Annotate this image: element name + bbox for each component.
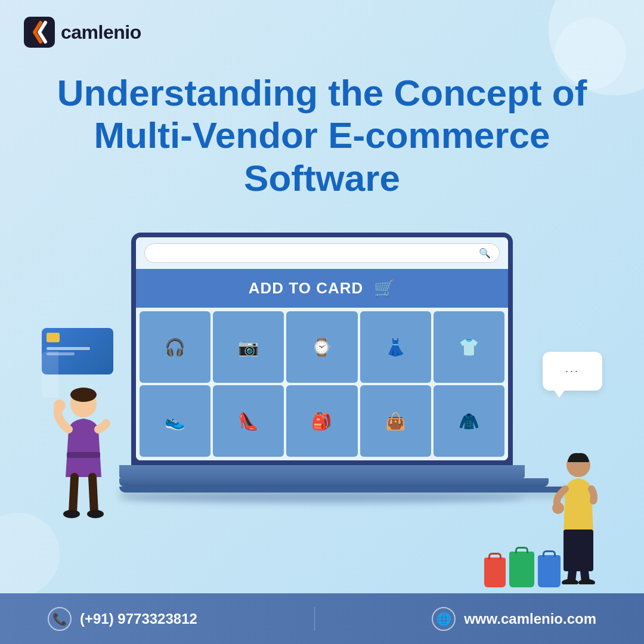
footer-divider xyxy=(314,607,315,631)
header: camlenio xyxy=(24,17,141,48)
laptop-foot xyxy=(119,487,572,493)
product-dress[interactable]: 👗 xyxy=(360,311,431,383)
svg-point-9 xyxy=(552,502,564,514)
person-left-svg xyxy=(36,376,131,519)
speech-dots: ··· xyxy=(565,365,580,377)
brand-name: camlenio xyxy=(61,21,141,44)
footer-bar: 📞 (+91) 9773323812 🌐 www.camlenio.com xyxy=(0,593,644,644)
card-chip xyxy=(47,333,60,342)
product-camera[interactable]: 📷 xyxy=(213,311,284,383)
add-to-card-label: ADD TO CARD xyxy=(249,279,364,298)
footer-phone-section: 📞 (+91) 9773323812 xyxy=(48,607,197,631)
svg-point-6 xyxy=(54,400,66,411)
search-bar[interactable]: 🔍 xyxy=(144,243,500,263)
footer-website-section: 🌐 www.camlenio.com xyxy=(432,607,596,631)
title-line3: Software xyxy=(244,157,400,199)
product-shoes[interactable]: 👟 xyxy=(140,385,210,457)
svg-rect-3 xyxy=(67,452,100,458)
laptop-bottom xyxy=(119,478,549,487)
bag-green xyxy=(509,552,534,587)
footer-website: www.camlenio.com xyxy=(464,611,596,627)
laptop-shadow xyxy=(119,493,525,503)
svg-point-2 xyxy=(70,388,97,402)
search-icon: 🔍 xyxy=(479,247,491,259)
screen-topbar: 🔍 xyxy=(136,237,508,269)
product-grid: 🎧 📷 ⌚ 👗 👕 👟 👠 🎒 👜 🧥 xyxy=(136,308,508,460)
product-backpack[interactable]: 🎒 xyxy=(286,385,357,457)
footer-phone: (+91) 9773323812 xyxy=(80,611,197,627)
product-watch[interactable]: ⌚ xyxy=(286,311,357,383)
deco-circle-bottom xyxy=(0,513,60,596)
globe-icon: 🌐 xyxy=(432,607,456,631)
title-line1: Understanding the Concept of xyxy=(57,72,587,113)
main-title: Understanding the Concept of Multi-Vendo… xyxy=(54,72,590,199)
product-heels[interactable]: 👠 xyxy=(213,385,284,457)
person-left xyxy=(36,328,137,519)
phone-icon: 📞 xyxy=(48,607,72,631)
svg-point-11 xyxy=(578,579,595,584)
product-shirt[interactable]: 👕 xyxy=(434,311,504,383)
svg-point-10 xyxy=(562,579,578,584)
laptop-base xyxy=(119,465,525,478)
speech-bubble: ··· xyxy=(543,352,602,391)
svg-rect-8 xyxy=(564,530,593,571)
title-line2: Multi-Vendor E-commerce xyxy=(94,114,550,156)
product-jacket[interactable]: 🧥 xyxy=(434,385,504,457)
laptop-illustration: 🔍 ADD TO CARD 🛒 🎧 📷 ⌚ 👗 👕 👟 👠 🎒 👜 🧥 xyxy=(119,233,525,503)
person-right-svg xyxy=(543,441,614,584)
laptop-screen-outer: 🔍 ADD TO CARD 🛒 🎧 📷 ⌚ 👗 👕 👟 👠 🎒 👜 🧥 xyxy=(131,233,513,465)
laptop-screen-inner: 🔍 ADD TO CARD 🛒 🎧 📷 ⌚ 👗 👕 👟 👠 🎒 👜 🧥 xyxy=(136,237,508,460)
svg-point-4 xyxy=(63,510,80,518)
credit-card xyxy=(42,328,113,374)
cart-icon: 🛒 xyxy=(374,278,395,298)
add-to-card-button[interactable]: ADD TO CARD 🛒 xyxy=(136,269,508,308)
product-bag[interactable]: 👜 xyxy=(360,385,431,457)
bag-red xyxy=(484,558,506,587)
svg-point-5 xyxy=(87,510,104,518)
product-headphones[interactable]: 🎧 xyxy=(140,311,210,383)
card-line-1 xyxy=(47,347,90,350)
logo-icon xyxy=(24,17,55,48)
